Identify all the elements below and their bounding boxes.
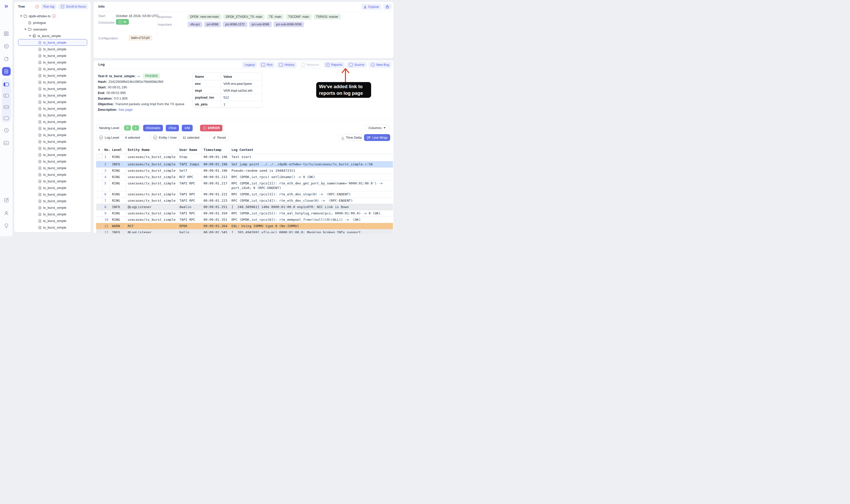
log-toolbar-button[interactable]: Source bbox=[347, 62, 367, 68]
caret-down-icon[interactable] bbox=[20, 16, 22, 17]
tree-item[interactable]: tx_burst_simple bbox=[14, 217, 91, 224]
columns-button[interactable]: Columns bbox=[365, 125, 389, 131]
panel-icon[interactable] bbox=[3, 115, 9, 121]
log-table-row[interactable]: 12 INFO @LogListener balin 00:09:01.545 … bbox=[96, 229, 393, 234]
panel-row-icon[interactable] bbox=[3, 104, 9, 110]
tree-item[interactable]: tx_burst_simple bbox=[14, 191, 91, 198]
log-table-row[interactable]: - 1 RING usecases/tx_burst_simple Step 0… bbox=[96, 154, 393, 161]
tree-item-selected[interactable]: tx_burst_simple bbox=[18, 39, 87, 46]
log-table-header-cell[interactable]: Timestamp bbox=[201, 146, 229, 154]
tree-item[interactable]: tx_burst_simple bbox=[14, 231, 91, 232]
log-table-row[interactable]: 2 INFO usecases/tx_burst_simple TAPI Jum… bbox=[96, 161, 393, 168]
lightbulb-icon[interactable] bbox=[3, 223, 9, 229]
nesting-level-button[interactable]: 1 bbox=[132, 125, 139, 130]
tree-item-usecases[interactable]: usecases bbox=[14, 26, 91, 33]
tree-item[interactable]: tx_burst_simple bbox=[14, 66, 91, 72]
chevrons-right-icon[interactable]: » bbox=[3, 3, 9, 8]
log-row-number[interactable]: 4 bbox=[102, 174, 110, 180]
clock-icon[interactable] bbox=[3, 127, 9, 133]
log-table-row[interactable]: 9 RING usecases/tx_burst_simple TAPI RPC… bbox=[96, 210, 393, 217]
line-wrap-button[interactable]: Line Wrap bbox=[364, 134, 390, 141]
log-row-number[interactable]: 11 bbox=[102, 223, 110, 229]
filter-chip[interactable]: #Test bbox=[166, 125, 179, 131]
tree-item[interactable]: tx_burst_simple bbox=[14, 204, 91, 211]
tree-item[interactable]: tx_burst_simple bbox=[14, 131, 91, 138]
log-page-active-icon[interactable] bbox=[2, 67, 11, 76]
log-table-header-cell[interactable]: User Name bbox=[177, 146, 201, 154]
tree-item[interactable]: tx_burst_simple bbox=[14, 98, 91, 105]
log-level-control[interactable]: Log Level 4 selected bbox=[96, 134, 143, 141]
tree-item[interactable]: tx_burst_simple bbox=[14, 171, 91, 178]
log-toolbar-button[interactable]: Legacy bbox=[242, 62, 257, 68]
see-page-link[interactable]: See page bbox=[119, 108, 133, 111]
tree-item[interactable]: tx_burst_simple bbox=[14, 105, 91, 112]
log-row-number[interactable]: 3 bbox=[102, 168, 110, 174]
collapse-row-button[interactable]: - bbox=[96, 155, 102, 161]
tree-item[interactable]: tx_burst_simple bbox=[14, 92, 91, 98]
tree-item[interactable]: tx_burst_simple bbox=[14, 184, 91, 191]
nesting-level-button[interactable]: 0 bbox=[124, 125, 131, 130]
log-table-row[interactable]: 5 RING usecases/tx_burst_simple TAPI RPC… bbox=[96, 180, 393, 191]
run-log-button[interactable]: Run log bbox=[41, 3, 56, 10]
time-delta-button[interactable]: △ Time Delta bbox=[338, 134, 365, 141]
caret-down-icon[interactable] bbox=[24, 29, 26, 30]
log-table-row[interactable]: 7 RING usecases/tx_burst_simple TAPI RPC… bbox=[96, 198, 393, 204]
user-icon[interactable] bbox=[3, 210, 9, 216]
log-table-header-cell[interactable]: Entity Name bbox=[126, 146, 177, 154]
log-table-row[interactable]: 4 RING usecases/tx_burst_simple RCF RPC … bbox=[96, 174, 393, 180]
log-table-row[interactable]: 3 RING usecases/tx_burst_simple Self 00:… bbox=[96, 168, 393, 174]
log-row-number[interactable]: 6 bbox=[102, 191, 110, 198]
tree-item-parent[interactable]: tx_burst_simple bbox=[14, 33, 91, 39]
error-filter-chip[interactable]: ERROR bbox=[200, 125, 223, 131]
tree-item[interactable]: tx_burst_simple bbox=[14, 46, 91, 52]
tree-item[interactable]: tx_burst_simple bbox=[14, 138, 91, 145]
log-table-header-cell[interactable]: Log Content bbox=[229, 146, 393, 154]
tree-item[interactable]: tx_burst_simple bbox=[14, 158, 91, 165]
log-table-header-cell[interactable]: + bbox=[96, 146, 102, 154]
tree-item[interactable]: tx_burst_simple bbox=[14, 85, 91, 92]
filter-chip[interactable]: #All bbox=[182, 125, 193, 131]
entity-user-control[interactable]: Entity / User 11 selected bbox=[150, 134, 202, 141]
filter-chip[interactable]: #Scenario bbox=[143, 125, 163, 131]
log-toolbar-button[interactable]: Reports bbox=[323, 62, 345, 68]
tree-item[interactable]: tx_burst_simple bbox=[14, 112, 91, 119]
tree-item[interactable]: tx_burst_simple bbox=[14, 145, 91, 151]
bar-chart-icon[interactable] bbox=[3, 140, 9, 146]
log-row-number[interactable]: 7 bbox=[102, 198, 110, 204]
log-row-number[interactable]: 9 bbox=[102, 210, 110, 217]
tree-item-root[interactable]: dpdk-ethdev-ts bbox=[14, 13, 91, 19]
log-row-number[interactable]: 12 bbox=[102, 229, 110, 234]
log-row-number[interactable]: 2 bbox=[102, 161, 110, 168]
tree-item[interactable]: tx_burst_simple bbox=[14, 198, 91, 204]
reset-button[interactable]: ↺Reset bbox=[210, 134, 229, 141]
log-table-header-cell[interactable]: No. bbox=[102, 146, 110, 154]
log-table-row[interactable]: 11 WARN RCF DPDK 00:09:01.364 EAL: Using… bbox=[96, 223, 393, 229]
tree-item-prologue[interactable]: prologue bbox=[14, 19, 91, 26]
tree-item[interactable]: tx_burst_simple bbox=[14, 119, 91, 125]
tree-item[interactable]: tx_burst_simple bbox=[14, 79, 91, 85]
log-table-row[interactable]: 6 RING usecases/tx_burst_simple TAPI RPC… bbox=[96, 191, 393, 198]
panel-left-icon[interactable] bbox=[3, 93, 9, 98]
tree-item[interactable]: tx_burst_simple bbox=[14, 72, 91, 79]
log-row-number[interactable]: 8 bbox=[102, 204, 110, 210]
log-row-number[interactable]: 10 bbox=[102, 217, 110, 223]
expose-button[interactable]: Expose bbox=[361, 4, 381, 10]
share-icon[interactable] bbox=[383, 4, 391, 10]
log-toolbar-button[interactable]: History bbox=[277, 62, 297, 68]
edit-icon[interactable] bbox=[3, 197, 9, 203]
log-table-row[interactable]: 8 INFO @LogListener dwalin 00:09:01.251 … bbox=[96, 204, 393, 210]
log-table-row[interactable]: 10 RING usecases/tx_burst_simple TAPI RP… bbox=[96, 217, 393, 223]
pie-chart-icon[interactable] bbox=[3, 56, 9, 62]
panel-left-active-icon[interactable] bbox=[3, 82, 9, 87]
tree-item[interactable]: tx_burst_simple bbox=[14, 59, 91, 66]
tree-item[interactable]: tx_burst_simple bbox=[14, 151, 91, 158]
grid-icon[interactable] bbox=[3, 31, 9, 36]
log-toolbar-button[interactable]: New Bug bbox=[369, 62, 391, 68]
log-row-number[interactable]: 1 bbox=[102, 154, 110, 161]
log-toolbar-button[interactable]: Run bbox=[259, 62, 275, 68]
tree-item[interactable]: tx_burst_simple bbox=[14, 211, 91, 217]
tree-item[interactable]: tx_burst_simple bbox=[14, 52, 91, 59]
tree-item[interactable]: tx_burst_simple bbox=[14, 165, 91, 171]
log-table-header-cell[interactable]: Level bbox=[110, 146, 126, 154]
log-toolbar-button[interactable]: Measure bbox=[299, 62, 321, 68]
